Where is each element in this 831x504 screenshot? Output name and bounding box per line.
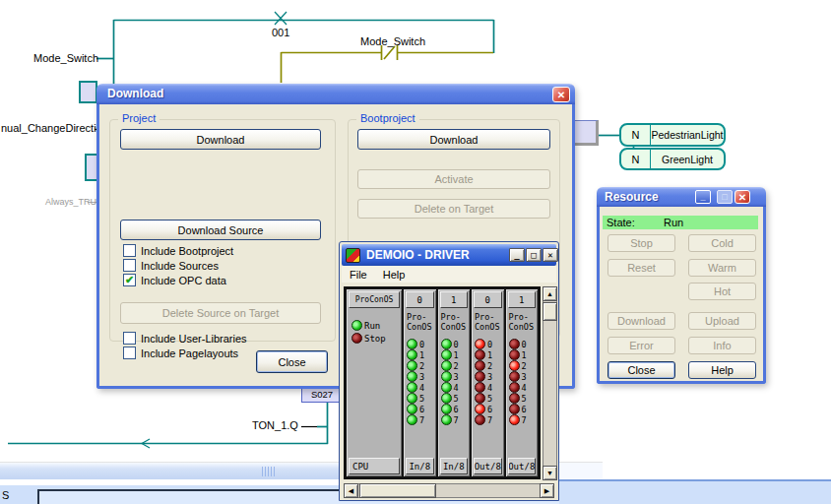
module-address: 1 [440, 291, 469, 308]
resource-upload-button: Upload [688, 312, 756, 330]
bottom-panel-right [559, 481, 831, 504]
led-number: 5 [522, 394, 527, 404]
close-window-icon[interactable]: ✕ [552, 87, 570, 102]
output-led [475, 393, 485, 404]
input-led [407, 349, 417, 360]
bootproject-download-button[interactable]: Download [357, 129, 550, 150]
module-address: 1 [508, 291, 537, 308]
checkbox-box[interactable] [123, 244, 136, 257]
led-row: 0 [441, 339, 471, 349]
output-led [509, 414, 520, 425]
io-module-out-1: 1 Pro-ConOS 01234567 Out/8 [506, 289, 539, 476]
input-led [407, 371, 417, 382]
module-address: 0 [406, 291, 434, 308]
run-label: Run [364, 321, 380, 331]
output-led [509, 382, 520, 393]
led-number: 7 [419, 415, 424, 425]
led-stack: 01234567 [506, 332, 539, 425]
resource-dialog: Resource _ □ ✕ State: Run Stop Cold Rese… [597, 187, 766, 384]
maximize-window-icon[interactable]: □ [526, 248, 542, 262]
resource-close-button[interactable]: Close [607, 361, 675, 379]
led-number: 7 [522, 415, 527, 425]
module-type-label: Pro-ConOS [404, 310, 436, 332]
output-led [475, 371, 485, 382]
resource-warm-button: Warm [688, 259, 756, 277]
input-led [407, 404, 417, 414]
project-download-button[interactable]: Download [120, 129, 321, 150]
checkbox-box[interactable]: ✔ [123, 274, 136, 286]
input-led [441, 393, 452, 404]
scroll-left-icon[interactable]: ◀ [344, 483, 358, 498]
resource-info-button: Info [688, 337, 756, 354]
input-led [407, 414, 417, 425]
input-led [407, 382, 417, 393]
led-number: 4 [487, 383, 492, 393]
rail-label-always-true: Always_TRUE [45, 197, 102, 207]
io-rack: ProConOS Run Stop CPU 0 Pro-ConOS 012345… [344, 286, 541, 479]
led-number: 5 [487, 394, 492, 404]
checkbox-include-sources[interactable]: Include Sources [123, 259, 219, 272]
checkbox-box[interactable] [123, 346, 136, 359]
bottom-corner-text: S [2, 489, 9, 501]
led-number: 6 [419, 405, 424, 414]
download-source-button[interactable]: Download Source [120, 220, 321, 240]
module-footer: In/8 [406, 458, 434, 474]
coil-green-light[interactable]: N GreenLight [619, 148, 726, 170]
input-led [441, 349, 452, 360]
resource-hot-button: Hot [688, 283, 756, 300]
led-row: 2 [441, 360, 471, 371]
activate-button: Activate [357, 169, 550, 189]
demoio-horizontal-scrollbar[interactable]: ◀ ▶ [344, 483, 554, 498]
resource-help-button[interactable]: Help [688, 361, 756, 379]
close-window-icon[interactable]: ✕ [543, 248, 558, 262]
coil-pedestrian-light[interactable]: N PedestrianLight [619, 123, 726, 147]
module-footer: Out/8 [474, 458, 502, 474]
checkbox-include-opc-data[interactable]: ✔ Include OPC data [123, 274, 226, 286]
minimize-window-icon[interactable]: _ [509, 248, 525, 262]
led-row: 3 [407, 371, 436, 382]
scroll-down-icon[interactable]: ▼ [543, 466, 557, 480]
ladder-block-partial-1[interactable] [79, 81, 97, 103]
ladder-block-partial-3[interactable] [574, 120, 599, 146]
led-number: 2 [522, 361, 527, 371]
scroll-up-icon[interactable]: ▲ [543, 286, 557, 301]
led-row: 3 [509, 371, 539, 382]
led-number: 5 [454, 394, 459, 404]
checkbox-label: Include Bootproject [141, 245, 233, 257]
input-led [407, 360, 417, 371]
close-window-icon[interactable]: ✕ [735, 190, 750, 204]
resource-state-bar: State: Run [603, 216, 758, 229]
checkbox-include-user-libraries[interactable]: Include User-Libraries [123, 332, 247, 345]
minimize-window-icon[interactable]: _ [695, 190, 711, 204]
led-row: 7 [441, 414, 471, 425]
download-close-button[interactable]: Close [256, 350, 328, 373]
output-led [509, 349, 520, 360]
input-led [407, 393, 417, 404]
scrollbar-thumb[interactable] [359, 483, 436, 498]
state-label: State: [607, 217, 635, 228]
maximize-window-icon[interactable]: □ [717, 190, 733, 204]
project-group-label: Project [118, 112, 160, 124]
download-dialog-titlebar[interactable]: Download [96, 84, 575, 104]
contact-label-mode-switch-left: Mode_Switch [33, 52, 98, 64]
coil-qualifier: N [621, 125, 651, 145]
scrollbar-thumb[interactable] [543, 302, 557, 321]
checkbox-box[interactable] [123, 332, 136, 345]
demoio-vertical-scrollbar[interactable]: ▲ ▼ [543, 286, 557, 480]
checkbox-box[interactable] [123, 259, 136, 272]
coil-name: GreenLight [651, 150, 724, 168]
menu-file[interactable]: File [342, 269, 375, 281]
led-number: 1 [419, 350, 424, 360]
scrollbar-grip[interactable] [262, 467, 277, 476]
ide-workspace: Mode_Switch 001 Mode_Switch nual_ChangeD… [0, 0, 831, 504]
checkbox-include-pagelayouts[interactable]: Include Pagelayouts [123, 346, 238, 359]
led-row: 0 [407, 339, 436, 349]
led-row: 6 [407, 404, 436, 414]
output-led [509, 404, 520, 414]
output-led [509, 371, 520, 382]
led-number: 3 [522, 372, 527, 382]
led-number: 7 [487, 415, 492, 425]
menu-help[interactable]: Help [375, 269, 414, 281]
checkbox-include-bootproject[interactable]: Include Bootproject [123, 244, 233, 257]
scroll-right-icon[interactable]: ▶ [540, 483, 554, 498]
